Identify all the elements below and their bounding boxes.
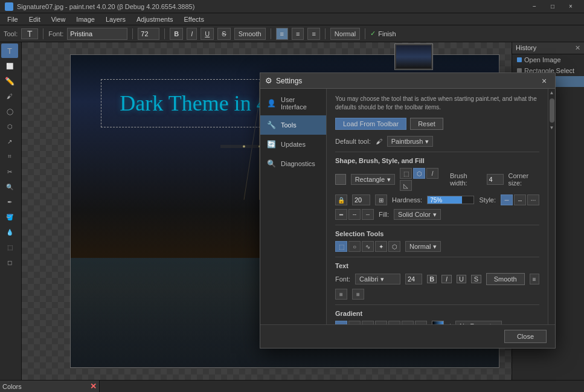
maximize-button[interactable]: □ bbox=[544, 1, 561, 12]
nav-user-interface[interactable]: 👤 User Interface bbox=[260, 91, 326, 115]
menu-edit[interactable]: Edit bbox=[24, 14, 45, 24]
tool-15[interactable]: ◻ bbox=[1, 255, 18, 269]
gradient-repeat-dropdown[interactable]: No Repeat ▾ bbox=[455, 321, 502, 324]
nav-diagnostics[interactable]: 🔍 Diagnostics bbox=[260, 154, 326, 173]
text-smooth-button[interactable]: Smooth bbox=[486, 273, 525, 285]
underline-button[interactable]: U bbox=[201, 28, 214, 40]
dialog-close-button[interactable]: × bbox=[538, 75, 550, 87]
text-size-input[interactable] bbox=[405, 274, 422, 284]
tool-7[interactable]: ↗ bbox=[1, 134, 18, 149]
text-italic-button[interactable]: I bbox=[441, 275, 451, 283]
scrollbar-down-button[interactable]: ▼ bbox=[549, 125, 555, 131]
tool-2[interactable]: ⬜ bbox=[1, 59, 18, 73]
style-icon-1[interactable]: ─ bbox=[501, 194, 513, 205]
size2-input[interactable] bbox=[352, 194, 370, 205]
reset-button[interactable]: Reset bbox=[410, 118, 443, 130]
tool-14[interactable]: ⬚ bbox=[1, 240, 18, 254]
menu-view[interactable]: View bbox=[47, 14, 71, 24]
brush-width-input[interactable] bbox=[487, 174, 504, 185]
history-close-button[interactable]: ✕ bbox=[575, 44, 580, 52]
separator-4 bbox=[271, 28, 271, 39]
size-lock-icon[interactable]: 🔒 bbox=[335, 194, 347, 205]
style-icon-2[interactable]: -- bbox=[514, 194, 526, 205]
align-center-button[interactable]: ≡ bbox=[292, 28, 304, 40]
tool-10[interactable]: 🔍 bbox=[1, 179, 18, 194]
sel-rect[interactable]: ⬚ bbox=[335, 241, 347, 252]
menu-file[interactable]: File bbox=[2, 14, 23, 24]
shape-color-swatch[interactable] bbox=[335, 174, 346, 185]
text-underline-button[interactable]: U bbox=[457, 275, 466, 283]
menu-layers[interactable]: Layers bbox=[101, 14, 130, 24]
grad-transparent[interactable]: ↔ bbox=[415, 321, 427, 324]
menu-adjustments[interactable]: Adjustments bbox=[132, 14, 178, 24]
italic-button[interactable]: I bbox=[187, 28, 197, 40]
shape-icon-2[interactable]: ⬡ bbox=[413, 168, 425, 179]
shape-icon-3[interactable]: / bbox=[426, 168, 438, 179]
gradient-color-swatch[interactable] bbox=[432, 321, 444, 324]
scrollbar-up-button[interactable]: ▲ bbox=[549, 90, 555, 96]
scrollbar-thumb[interactable] bbox=[550, 98, 554, 123]
minimize-button[interactable]: − bbox=[526, 1, 543, 12]
settings-dialog[interactable]: ⚙ Settings × 👤 User Interface 🔧 Tools 🔄 … bbox=[260, 72, 556, 349]
tool-4[interactable]: 🖌 bbox=[1, 89, 18, 103]
tool-5[interactable]: ◯ bbox=[1, 104, 18, 118]
strikethrough-button[interactable]: S bbox=[217, 28, 230, 40]
size-icon[interactable]: ⊞ bbox=[375, 194, 387, 205]
sel-oval[interactable]: ○ bbox=[348, 241, 361, 252]
load-from-toolbar-button[interactable]: Load From Toolbar bbox=[335, 118, 406, 130]
grad-linear[interactable]: ▬ bbox=[335, 321, 347, 324]
grad-reflect[interactable]: ⟺ bbox=[402, 321, 414, 324]
font-size-input[interactable] bbox=[138, 28, 159, 40]
menu-image[interactable]: Image bbox=[71, 14, 100, 24]
shape-icon-4[interactable]: ◺ bbox=[400, 180, 412, 191]
dash-3[interactable]: ┄ bbox=[362, 209, 374, 220]
tool-12[interactable]: 🪣 bbox=[1, 210, 18, 224]
tool-3[interactable]: ✏️ bbox=[1, 74, 18, 88]
sel-magic[interactable]: ✦ bbox=[375, 241, 387, 252]
smooth-button[interactable]: Smooth bbox=[234, 28, 266, 40]
close-button[interactable]: × bbox=[562, 1, 579, 12]
grad-spiral[interactable]: ⊛ bbox=[375, 321, 387, 324]
font-name-input[interactable] bbox=[67, 28, 127, 40]
grad-conical[interactable]: ◑ bbox=[362, 321, 374, 324]
text-font-dropdown[interactable]: Calibri ▾ bbox=[355, 274, 400, 284]
bold-button[interactable]: B bbox=[170, 28, 183, 40]
tool-9[interactable]: ✂ bbox=[1, 164, 18, 179]
image-thumbnail[interactable] bbox=[394, 43, 433, 70]
colors-close-button[interactable]: ✕ bbox=[90, 382, 97, 391]
style-icon-3[interactable]: ··· bbox=[527, 194, 539, 205]
shape-dropdown[interactable]: Rectangle ▾ bbox=[351, 174, 396, 185]
shape-icon-1[interactable]: ⬚ bbox=[400, 168, 412, 179]
finish-button[interactable]: ✓ Finish bbox=[370, 30, 396, 37]
tool-selector[interactable]: T bbox=[21, 28, 38, 39]
hardness-progress[interactable]: 75% bbox=[427, 196, 474, 204]
grad-radial[interactable]: ◎ bbox=[348, 321, 361, 324]
tool-13[interactable]: 💧 bbox=[1, 225, 18, 239]
text-tool[interactable]: T bbox=[1, 43, 18, 58]
text-align-left[interactable]: ≡ bbox=[530, 274, 539, 284]
sel-wand[interactable]: ⬡ bbox=[388, 241, 400, 252]
tool-8[interactable]: ⌗ bbox=[1, 149, 18, 164]
text-align-c1[interactable]: ≡ bbox=[335, 289, 347, 300]
blending-mode-button[interactable]: Normal bbox=[330, 28, 360, 40]
gradient-section: Gradient ▬ ◎ ◑ ⊛ ◇ ⟺ ↔ / bbox=[335, 304, 539, 324]
text-bold-button[interactable]: B bbox=[427, 275, 437, 283]
nav-updates[interactable]: 🔄 Updates bbox=[260, 135, 326, 154]
grad-diamond[interactable]: ◇ bbox=[388, 321, 400, 324]
tool-6[interactable]: ⬡ bbox=[1, 119, 18, 133]
dash-1[interactable]: ━ bbox=[335, 209, 347, 220]
fill-dropdown[interactable]: Solid Color ▾ bbox=[394, 209, 441, 220]
history-item-open[interactable]: Open Image bbox=[512, 54, 584, 65]
dash-2[interactable]: ╌ bbox=[348, 209, 361, 220]
default-tool-dropdown[interactable]: Paintbrush ▾ bbox=[387, 136, 434, 147]
text-strikethrough-button[interactable]: S bbox=[471, 275, 481, 283]
align-left-button[interactable]: ≡ bbox=[276, 28, 288, 40]
settings-close-button[interactable]: Close bbox=[504, 330, 547, 343]
nav-tools[interactable]: 🔧 Tools bbox=[260, 115, 326, 135]
tool-11[interactable]: ✒ bbox=[1, 194, 18, 209]
menu-effects[interactable]: Effects bbox=[179, 14, 209, 24]
selection-mode-dropdown[interactable]: Normal ▾ bbox=[405, 241, 441, 252]
sel-lasso[interactable]: ∿ bbox=[362, 241, 374, 252]
align-right-button[interactable]: ≡ bbox=[307, 28, 319, 40]
text-align-c2[interactable]: ≡ bbox=[352, 289, 364, 300]
